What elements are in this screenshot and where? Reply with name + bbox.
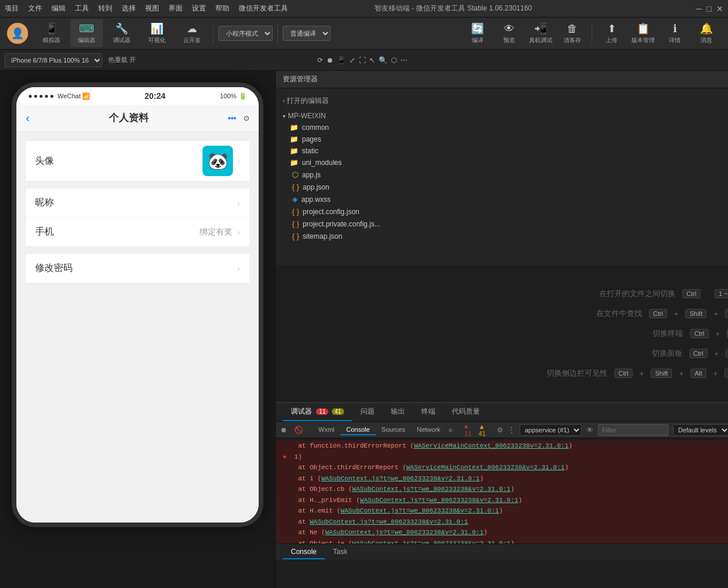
folder-pages[interactable]: 📁 pages (276, 133, 728, 145)
sub-tab-wxml[interactable]: Wxml (313, 425, 341, 435)
inspect-icon[interactable]: ⬡ (391, 56, 397, 64)
profile-phone-row[interactable]: 手机 绑定有奖 › (26, 218, 249, 247)
tab-issues[interactable]: 问题 (352, 403, 383, 421)
maximize-button[interactable]: □ (707, 4, 712, 13)
profile-password-row[interactable]: 修改密码 › (26, 254, 249, 283)
file-app-wxss-icon: ◈ (292, 195, 298, 204)
sub-tab-sources[interactable]: Sources (376, 425, 411, 435)
menu-item-select[interactable]: 选择 (122, 4, 136, 13)
filter-input[interactable] (598, 424, 668, 436)
more-tabs-icon[interactable]: » (447, 425, 455, 435)
window-title: 智友移动端 - 微信开发者工具 Stable 1.06.2301160 (375, 4, 532, 13)
log-link-4[interactable]: WASubContext.js?t=we_806233238&v=2.31.0:… (321, 475, 480, 482)
phone-back-button[interactable]: ‹ (26, 111, 30, 125)
settings-icon[interactable]: ⚙ (497, 426, 503, 434)
menu-item-settings[interactable]: 设置 (192, 4, 206, 13)
file-app-js[interactable]: ⬡ app.js (276, 169, 728, 181)
upload-button[interactable]: ⬆ 上传 (597, 19, 626, 47)
level-select[interactable]: Default levels (673, 424, 728, 436)
toolbar-separator-2 (277, 23, 278, 44)
rotate-icon[interactable]: ⤢ (349, 56, 355, 64)
vertical-dots-icon[interactable]: ⋮ (508, 426, 515, 434)
preview-button[interactable]: 👁 预览 (495, 19, 524, 47)
file-app-json[interactable]: { } app.json (276, 181, 728, 193)
real-debug-button[interactable]: 📲 真机调试 (526, 19, 555, 47)
menu-item-edit[interactable]: 编辑 (51, 4, 66, 13)
refresh-icon[interactable]: ⟳ (317, 56, 323, 64)
fullscreen-icon[interactable]: ⛶ (359, 56, 366, 64)
profile-avatar-row[interactable]: 头像 🐼 › (26, 141, 249, 181)
debugger-button[interactable]: 🔧 调试器 (105, 19, 138, 47)
more-icon[interactable]: ⋯ (400, 56, 407, 64)
phone-nav-scan[interactable]: ⊙ (243, 114, 249, 122)
messages-button[interactable]: 🔔 消息 (692, 19, 721, 47)
menu-item-ui[interactable]: 界面 (169, 4, 183, 13)
menu-item-project[interactable]: 项目 (5, 4, 19, 13)
device-icon[interactable]: 📱 (337, 56, 346, 64)
eye-icon[interactable]: 👁 (586, 426, 593, 434)
tab-code-quality[interactable]: 代码质量 (444, 403, 488, 421)
menu-item-help[interactable]: 帮助 (215, 4, 229, 13)
compile-mode-select[interactable]: 普通编译 (283, 26, 331, 41)
menu-item-wechat-devtools[interactable]: 微信开发者工具 (239, 4, 288, 13)
record-icon[interactable]: ⏺ (280, 426, 287, 434)
editor-button[interactable]: ⌨ 编辑器 (70, 19, 103, 47)
sub-tab-network[interactable]: Network (411, 425, 446, 435)
device-select[interactable]: iPhone 6/7/8 Plus 100% 16 (5, 53, 102, 67)
folder-common[interactable]: 📁 common (276, 122, 728, 133)
hotreload-toggle[interactable]: 热重载 开 (104, 54, 140, 66)
clear-log-icon[interactable]: 🚫 (294, 426, 303, 434)
log-link-8[interactable]: WASubContext.js?t=we_806233238&v=2.31.0:… (310, 518, 468, 525)
close-button[interactable]: ✕ (716, 4, 723, 13)
cursor-icon[interactable]: ↖ (369, 56, 375, 64)
spacer-1 (26, 181, 249, 188)
compile-button[interactable]: 🔄 编译 (463, 19, 492, 47)
log-link-7[interactable]: WASubContext.js?t=we_806233238&v=2.31.0:… (341, 507, 499, 514)
tab-debugger[interactable]: 调试器 11 41 (283, 403, 352, 421)
profile-nickname-row[interactable]: 昵称 › (26, 188, 249, 218)
log-link-6[interactable]: WASubContext.js?t=we_806233238&v=2.31.0:… (360, 497, 518, 504)
file-project-private[interactable]: { } project.private.config.js... (276, 218, 728, 230)
menu-item-file[interactable]: 文件 (28, 4, 42, 13)
compile-icon: 🔄 (471, 22, 484, 35)
open-editors-header[interactable]: › 打开的编辑器 (276, 94, 728, 108)
file-sitemap[interactable]: { } sitemap.json (276, 230, 728, 242)
visual-button[interactable]: 📊 可视化 (140, 19, 173, 47)
search-icon[interactable]: 🔍 (379, 56, 387, 64)
preview-icon: 👁 (504, 23, 514, 35)
minimize-button[interactable]: ─ (696, 4, 702, 13)
mp-weixin-header[interactable]: ▾ MP-WEIXIN (276, 110, 728, 122)
phone-nav-more[interactable]: ••• (228, 114, 236, 123)
version-mgmt-button[interactable]: 📋 版本管理 (629, 19, 658, 47)
menu-item-tool[interactable]: 工具 (75, 4, 89, 13)
folder-uni-modules[interactable]: 📁 uni_modules (276, 157, 728, 169)
context-select[interactable]: appservice (#1) (520, 424, 582, 436)
right-layout: 资源管理器 ••• › 打开的编辑器 ▾ (276, 71, 728, 588)
console-tab[interactable]: Console (283, 545, 325, 559)
file-sitemap-name: sitemap.json (303, 232, 342, 240)
log-line-2: ● 1) (276, 452, 728, 463)
clear-cache-button[interactable]: 🗑 清客存 (558, 19, 587, 47)
tab-output[interactable]: 输出 (383, 403, 413, 421)
log-link-1[interactable]: WAServiceMainContext_806233238v=2.31.0:1 (414, 442, 568, 449)
log-link-9[interactable]: WASubContext.js?t=we_806233238&v=2.31.0:… (325, 529, 484, 536)
stop-icon[interactable]: ⏺ (327, 56, 334, 64)
details-button[interactable]: ℹ 详情 (660, 19, 689, 47)
task-tab[interactable]: Task (325, 545, 356, 559)
folder-static[interactable]: 📁 static (276, 145, 728, 157)
shortcut-num-key: 1 ~ 9 (715, 289, 728, 298)
simulator-button[interactable]: 📱 模拟器 (35, 19, 68, 47)
mode-select[interactable]: 小程序模式 (218, 26, 273, 41)
shortcut-plus-5b: + (679, 369, 684, 378)
file-project-config[interactable]: { } project.config.json (276, 205, 728, 218)
messages-icon: 🔔 (700, 22, 713, 35)
log-link-5[interactable]: WASubContext.js?t=we_806233238&v=2.31.0:… (352, 486, 511, 493)
menu-item-goto[interactable]: 转到 (98, 4, 112, 13)
cloud-button[interactable]: ☁ 云开发 (176, 19, 208, 47)
log-link-3[interactable]: WAServiceMainContext_806233238&v=2.31.0:… (406, 464, 565, 471)
menu-item-view[interactable]: 视图 (145, 4, 159, 13)
tab-terminal[interactable]: 终端 (413, 403, 444, 421)
user-avatar[interactable]: 👤 (7, 23, 28, 44)
sub-tab-console[interactable]: Console (341, 425, 376, 435)
file-app-wxss[interactable]: ◈ app.wxss (276, 193, 728, 205)
